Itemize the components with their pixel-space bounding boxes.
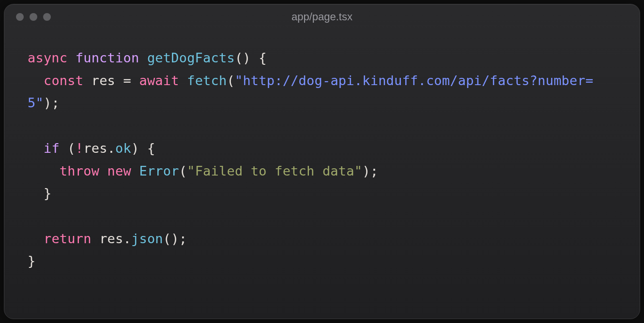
keyword-if: if	[44, 141, 60, 156]
paren-close: )	[131, 141, 139, 156]
keyword-return: return	[44, 231, 92, 246]
keyword-throw: throw	[60, 163, 99, 178]
identifier-res: res	[92, 73, 115, 88]
paren-close: )	[362, 163, 370, 178]
operator-assign: =	[123, 73, 131, 88]
brace-close: }	[44, 186, 51, 201]
method-json: json	[131, 231, 163, 246]
paren-open: (	[227, 73, 234, 88]
brace-open: {	[259, 50, 266, 65]
property-ok: ok	[115, 141, 131, 156]
paren-close: )	[243, 50, 250, 65]
paren-open: (	[163, 231, 171, 246]
semicolon: ;	[51, 95, 59, 110]
paren-open: (	[67, 141, 75, 156]
window-controls	[16, 13, 51, 21]
minimize-icon[interactable]	[30, 13, 37, 21]
semicolon: ;	[179, 231, 187, 246]
brace-open: {	[147, 141, 155, 156]
identifier-res: res	[99, 231, 123, 246]
paren-open: (	[235, 50, 243, 65]
string-error-message: "Failed to fetch data"	[187, 163, 362, 178]
dot: .	[107, 141, 115, 156]
titlebar: app/page.tsx	[4, 4, 640, 29]
keyword-const: const	[44, 73, 83, 88]
keyword-function: function	[76, 50, 139, 65]
call-fetch: fetch	[187, 73, 227, 88]
identifier-res: res	[83, 141, 107, 156]
paren-close: )	[44, 95, 51, 110]
paren-open: (	[179, 163, 187, 178]
paren-close: )	[171, 231, 179, 246]
dot: .	[123, 231, 131, 246]
class-error: Error	[139, 163, 179, 178]
close-icon[interactable]	[16, 13, 24, 21]
keyword-new: new	[107, 163, 131, 178]
code-window: app/page.tsx async function getDogFacts(…	[4, 4, 640, 319]
keyword-async: async	[28, 50, 67, 65]
window-title: app/page.tsx	[4, 11, 640, 23]
code-block[interactable]: async function getDogFacts() { const res…	[4, 29, 640, 290]
keyword-await: await	[139, 73, 179, 88]
maximize-icon[interactable]	[43, 13, 51, 21]
brace-close: }	[28, 253, 35, 268]
function-name: getDogFacts	[147, 50, 235, 65]
operator-not: !	[76, 141, 83, 156]
semicolon: ;	[370, 163, 378, 178]
